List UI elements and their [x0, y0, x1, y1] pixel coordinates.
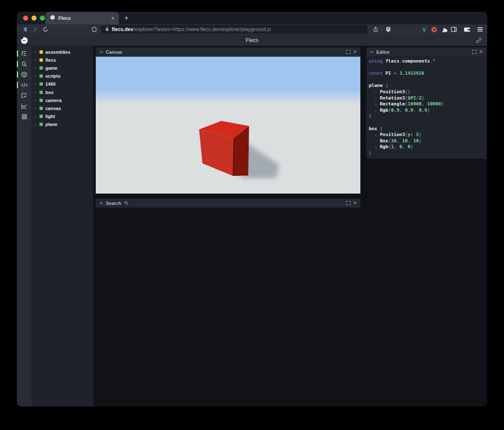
minimize-window-button[interactable]: [32, 16, 37, 21]
editor-panel-header[interactable]: Editor ✕: [366, 47, 486, 57]
expand-arrow-icon[interactable]: ›: [34, 58, 38, 62]
tree-item-assemblies[interactable]: ›assemblies: [32, 48, 93, 56]
code-line: - Position3{y: 5}: [369, 132, 486, 138]
close-icon[interactable]: ✕: [353, 201, 357, 205]
url-path: /explorer/?wasm=https://www.flecs.dev/ex…: [133, 26, 271, 32]
active-indicator: [17, 71, 18, 78]
browser-tab[interactable]: Flecs ✕: [45, 12, 119, 24]
tree-item-label: game: [45, 66, 58, 71]
entity-color-dot: [39, 74, 43, 78]
tree-item-box[interactable]: –box: [32, 88, 93, 96]
url-text: flecs.dev/explorer/?wasm=https://www.fle…: [112, 26, 271, 32]
tree-item-plane[interactable]: –plane: [32, 121, 93, 128]
sidebar-item-code[interactable]: [17, 80, 32, 90]
canvas-panel-header[interactable]: Canvas ✕: [96, 47, 360, 57]
active-indicator: [17, 50, 18, 57]
leaf-dash-icon: –: [34, 98, 38, 102]
sidebar-item-entities-cube[interactable]: [17, 69, 32, 80]
fullscreen-icon[interactable]: [472, 50, 477, 54]
code-line: [369, 65, 486, 71]
tool-sidebar: [17, 46, 32, 406]
code-line: plane {: [369, 83, 486, 89]
url-domain: flecs.dev: [112, 26, 133, 32]
collapsed-bullet-icon[interactable]: [100, 202, 102, 204]
address-bar[interactable]: flecs.dev/explorer/?wasm=https://www.fle…: [101, 25, 368, 34]
tree-item-label: canvas: [45, 106, 61, 111]
entity-color-dot: [39, 58, 43, 62]
app-content: ›assemblies›flecs›game›scripts–1460–box–…: [17, 46, 487, 406]
tree-item-label: box: [45, 90, 54, 95]
wallet-icon[interactable]: [464, 26, 470, 33]
back-icon[interactable]: [22, 26, 29, 33]
entity-color-dot: [39, 99, 43, 102]
tree-item-canvas[interactable]: –canvas: [32, 104, 93, 112]
panel-title-canvas: Canvas: [106, 50, 344, 55]
browser-window: Flecs ✕ + flecs.dev/explorer/?wasm=https…: [17, 12, 487, 406]
entity-color-dot: [39, 123, 43, 126]
sidebar-toggle-icon[interactable]: [450, 26, 457, 33]
app-header: Flecs: [17, 34, 487, 46]
expand-arrow-icon[interactable]: ›: [34, 50, 38, 54]
tree-item-1460[interactable]: –1460: [32, 80, 93, 88]
tree-item-game[interactable]: ›game: [32, 64, 93, 72]
sidebar-item-stats[interactable]: [17, 101, 32, 111]
code-line: - Position3{}: [369, 89, 486, 95]
editor-body[interactable]: using flecs.components.* const PI = 3.14…: [366, 57, 486, 158]
bookmark-icon[interactable]: [91, 26, 97, 33]
tree-item-label: camera: [45, 98, 62, 103]
reload-icon[interactable]: [42, 26, 49, 33]
toolbar-separator: [381, 26, 382, 32]
code-line: - Rgb{0.9, 0.9, 0.9}: [369, 108, 486, 114]
tree-item-scripts[interactable]: ›scripts: [32, 72, 93, 80]
main-area: Canvas ✕: [93, 46, 487, 406]
panel-title-search: Search: [106, 201, 121, 206]
entity-color-dot: [39, 91, 43, 94]
menu-hamburger-icon[interactable]: [477, 26, 483, 33]
fullscreen-icon[interactable]: [346, 201, 351, 205]
sidebar-item-commands[interactable]: [17, 111, 32, 122]
leaf-dash-icon: –: [34, 82, 38, 87]
sidebar-item-outliner[interactable]: [17, 48, 32, 59]
tree-item-label: 1460: [45, 81, 55, 87]
tree-item-camera[interactable]: –camera: [32, 96, 93, 104]
browser-tab-bar: Flecs ✕ +: [17, 12, 487, 24]
close-icon[interactable]: ✕: [479, 50, 483, 54]
tree-item-flecs[interactable]: ›flecs: [32, 56, 93, 64]
panel-title-editor: Editor: [376, 50, 470, 55]
code-line: - Rotation3{$PI/2}: [369, 95, 486, 102]
tree-item-label: scripts: [45, 73, 60, 79]
tab-close-icon[interactable]: ✕: [111, 16, 115, 21]
tab-favicon-flecs-logo-icon: [50, 14, 55, 22]
share-link-icon[interactable]: [475, 37, 482, 45]
search-panel-header[interactable]: Search ✕: [96, 199, 360, 208]
expand-arrow-icon[interactable]: ›: [34, 66, 38, 70]
forward-icon[interactable]: [32, 26, 39, 33]
expand-arrow-icon[interactable]: ›: [34, 74, 38, 79]
browser-toolbar: flecs.dev/explorer/?wasm=https://www.fle…: [17, 24, 487, 34]
chevron-down-icon[interactable]: [99, 50, 103, 54]
canvas-3d-scene[interactable]: [96, 57, 360, 194]
share-icon[interactable]: [372, 26, 379, 33]
tree-item-label: plane: [45, 122, 58, 127]
tree-item-label: light: [45, 114, 55, 119]
chevron-down-icon[interactable]: [370, 50, 374, 54]
new-tab-button[interactable]: +: [122, 13, 131, 23]
vue-devtools-extension-icon[interactable]: V: [421, 26, 428, 33]
entity-color-dot: [39, 107, 43, 110]
code-line: }: [369, 150, 486, 157]
brave-shield-icon[interactable]: [385, 26, 391, 33]
code-line: using flecs.components.*: [369, 58, 486, 65]
code-line: [369, 77, 486, 83]
code-line: - Box{10, 10, 10}: [369, 138, 486, 144]
fullscreen-icon[interactable]: [346, 50, 351, 54]
close-window-button[interactable]: [23, 16, 28, 21]
red-extension-icon[interactable]: [430, 26, 437, 33]
tree-item-light[interactable]: –light: [32, 113, 93, 121]
sidebar-item-search[interactable]: [17, 59, 32, 69]
app-title: Flecs: [17, 37, 487, 43]
entity-color-dot: [39, 82, 43, 86]
zoom-window-button[interactable]: [40, 16, 45, 21]
close-icon[interactable]: ✕: [353, 50, 357, 54]
sidebar-item-inspect[interactable]: [17, 90, 32, 101]
extensions-puzzle-icon[interactable]: [441, 26, 448, 33]
